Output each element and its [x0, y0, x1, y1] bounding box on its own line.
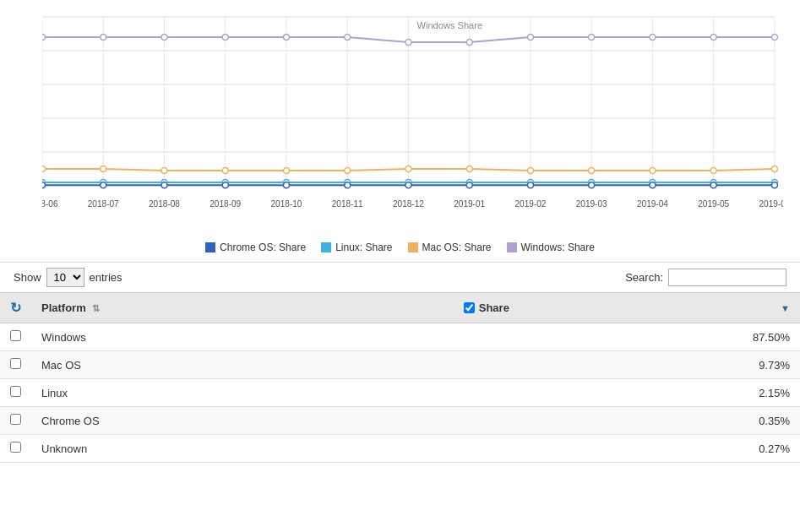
- controls-row: Show 10 25 50 entries Search:: [0, 262, 800, 292]
- entries-label: entries: [90, 271, 122, 284]
- svg-point-55: [283, 168, 289, 174]
- table-row: Linux 2.15%: [0, 379, 800, 407]
- svg-point-78: [101, 182, 106, 188]
- share-header-label: Share: [479, 301, 509, 314]
- refresh-icon[interactable]: ↻: [10, 301, 21, 315]
- svg-text:2019-03: 2019-03: [576, 199, 607, 209]
- line-chart: 0204060801002018-062018-072018-082018-09…: [42, 8, 783, 211]
- row-checkbox[interactable]: [10, 442, 21, 453]
- svg-text:2018-10: 2018-10: [270, 199, 302, 209]
- table-row: Unknown 0.27%: [0, 435, 800, 463]
- show-entries: Show 10 25 50 entries: [14, 268, 122, 287]
- legend-color-box: [205, 242, 215, 252]
- svg-text:2018-11: 2018-11: [332, 199, 363, 209]
- legend-label: Mac OS: Share: [422, 242, 492, 253]
- svg-point-39: [101, 35, 106, 41]
- svg-point-54: [222, 168, 228, 174]
- svg-text:Windows Share: Windows Share: [417, 20, 483, 30]
- svg-point-88: [710, 182, 716, 188]
- share-cell: 0.27%: [454, 435, 800, 463]
- svg-point-82: [345, 182, 351, 188]
- platform-cell: Windows: [31, 323, 454, 351]
- table-row: Chrome OS 0.35%: [0, 407, 800, 435]
- search-area: Search:: [625, 269, 786, 286]
- svg-text:2018-07: 2018-07: [88, 199, 119, 209]
- row-checkbox-cell: [0, 379, 31, 407]
- legend-item: Linux: Share: [321, 242, 392, 253]
- legend-color-box: [507, 242, 517, 252]
- svg-point-44: [405, 40, 411, 46]
- svg-point-79: [161, 182, 167, 188]
- data-table: ↻ Platform ⇅ Share ▼ Windows: [0, 292, 800, 463]
- svg-point-89: [771, 182, 777, 188]
- legend-item: Mac OS: Share: [408, 242, 492, 253]
- svg-point-85: [527, 182, 533, 188]
- share-cell: 2.15%: [454, 379, 800, 407]
- row-checkbox-cell: [0, 351, 31, 379]
- svg-point-53: [161, 168, 167, 174]
- svg-point-40: [161, 35, 167, 41]
- svg-point-57: [405, 166, 411, 172]
- platform-cell: Mac OS: [31, 351, 454, 379]
- svg-point-49: [710, 35, 716, 41]
- share-cell: 9.73%: [454, 351, 800, 379]
- platform-header-label: Platform: [41, 301, 86, 314]
- table-row: Windows 87.50%: [0, 323, 800, 351]
- svg-point-77: [42, 182, 46, 188]
- row-checkbox-cell: [0, 435, 31, 463]
- svg-point-52: [101, 166, 106, 172]
- legend-item: Chrome OS: Share: [205, 242, 306, 253]
- svg-point-58: [466, 166, 472, 172]
- share-header-cell[interactable]: Share ▼: [454, 293, 800, 323]
- svg-point-50: [771, 35, 777, 41]
- platform-header[interactable]: Platform ⇅: [31, 293, 454, 323]
- table-row: Mac OS 9.73%: [0, 351, 800, 379]
- svg-point-47: [589, 35, 595, 41]
- legend-label: Windows: Share: [521, 242, 595, 253]
- row-checkbox[interactable]: [10, 330, 21, 341]
- svg-text:2019-04: 2019-04: [637, 199, 668, 209]
- share-cell: 0.35%: [454, 407, 800, 435]
- svg-point-38: [42, 35, 46, 41]
- legend-color-box: [321, 242, 331, 252]
- table-body: Windows 87.50% Mac OS 9.73% Linux 2.15% …: [0, 323, 800, 463]
- svg-text:2018-09: 2018-09: [210, 199, 241, 209]
- svg-text:2018-08: 2018-08: [149, 199, 180, 209]
- svg-point-83: [405, 182, 411, 188]
- svg-point-81: [283, 182, 289, 188]
- legend-label: Linux: Share: [335, 242, 392, 253]
- svg-point-46: [527, 35, 533, 41]
- chart-container: 0204060801002018-062018-072018-082018-09…: [0, 0, 800, 236]
- svg-point-51: [42, 166, 46, 172]
- svg-text:2018-06: 2018-06: [42, 199, 58, 209]
- share-sort-icon: ▼: [781, 303, 790, 313]
- svg-text:2019-05: 2019-05: [698, 199, 729, 209]
- table-header-row: ↻ Platform ⇅ Share ▼: [0, 293, 800, 323]
- platform-cell: Unknown: [31, 435, 454, 463]
- refresh-header[interactable]: ↻: [0, 293, 31, 323]
- svg-point-56: [345, 168, 351, 174]
- row-checkbox[interactable]: [10, 358, 21, 369]
- svg-point-63: [771, 166, 777, 172]
- svg-text:2019-01: 2019-01: [454, 199, 485, 209]
- chart-legend: Chrome OS: ShareLinux: ShareMac OS: Shar…: [0, 236, 800, 262]
- svg-point-48: [650, 35, 656, 41]
- row-checkbox[interactable]: [10, 414, 21, 425]
- svg-point-62: [710, 168, 716, 174]
- row-checkbox[interactable]: [10, 386, 21, 397]
- entries-select[interactable]: 10 25 50: [46, 268, 84, 287]
- platform-cell: Linux: [31, 379, 454, 407]
- svg-point-80: [222, 182, 228, 188]
- svg-point-84: [466, 182, 472, 188]
- svg-text:2018-12: 2018-12: [393, 199, 424, 209]
- share-checkbox[interactable]: [464, 302, 475, 313]
- share-cell: 87.50%: [454, 323, 800, 351]
- row-checkbox-cell: [0, 323, 31, 351]
- search-label: Search:: [625, 271, 663, 284]
- svg-point-61: [650, 168, 656, 174]
- svg-point-87: [650, 182, 656, 188]
- svg-point-43: [345, 35, 351, 41]
- legend-item: Windows: Share: [507, 242, 595, 253]
- search-input[interactable]: [668, 269, 786, 286]
- show-label: Show: [14, 271, 41, 284]
